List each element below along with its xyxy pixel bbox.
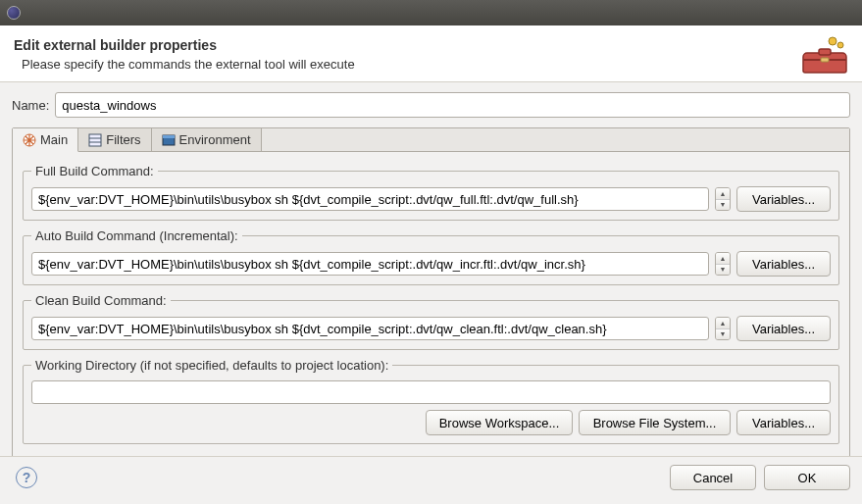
toolbox-icon xyxy=(801,35,848,77)
name-label: Name: xyxy=(12,98,49,113)
auto-build-spinner[interactable]: ▲ ▼ xyxy=(715,252,731,276)
clean-build-legend: Clean Build Command: xyxy=(31,293,171,308)
browse-workspace-button[interactable]: Browse Workspace... xyxy=(426,410,573,435)
tab-bar: Main Filters Environment xyxy=(13,128,849,152)
clean-build-variables-button[interactable]: Variables... xyxy=(736,316,831,341)
tab-environment[interactable]: Environment xyxy=(152,128,262,151)
dialog-header: Edit external builder properties Please … xyxy=(0,25,862,82)
help-icon[interactable]: ? xyxy=(16,467,37,488)
cancel-button[interactable]: Cancel xyxy=(670,465,756,490)
tab-filters[interactable]: Filters xyxy=(78,128,151,151)
tabs-container: Main Filters Environment Full Build Comm… xyxy=(12,127,850,463)
working-directory-legend: Working Directory (if not specified, def… xyxy=(31,358,392,373)
ok-button[interactable]: OK xyxy=(764,465,850,490)
auto-build-variables-button[interactable]: Variables... xyxy=(736,251,831,277)
spinner-up-icon[interactable]: ▲ xyxy=(716,188,730,200)
auto-build-group: Auto Build Command (Incremental): ▲ ▼ Va… xyxy=(23,228,839,285)
svg-rect-6 xyxy=(89,134,101,146)
dialog-footer: ? Cancel OK xyxy=(0,456,862,504)
svg-point-1 xyxy=(837,42,843,48)
svg-rect-4 xyxy=(821,58,829,62)
clean-build-group: Clean Build Command: ▲ ▼ Variables... xyxy=(23,293,839,350)
dialog-title: Edit external builder properties xyxy=(14,37,848,53)
svg-rect-3 xyxy=(819,49,831,55)
svg-point-0 xyxy=(829,37,837,45)
tab-main-label: Main xyxy=(40,132,68,147)
browse-file-system-button[interactable]: Browse File System... xyxy=(579,410,731,435)
name-input[interactable] xyxy=(55,92,850,118)
full-build-variables-button[interactable]: Variables... xyxy=(736,186,831,212)
dialog-content: Name: Main Filters Environment xyxy=(0,82,862,473)
spinner-up-icon[interactable]: ▲ xyxy=(716,318,730,329)
auto-build-legend: Auto Build Command (Incremental): xyxy=(31,228,242,243)
spinner-up-icon[interactable]: ▲ xyxy=(716,253,730,265)
window-titlebar xyxy=(0,0,862,25)
working-directory-variables-button[interactable]: Variables... xyxy=(736,410,831,435)
tab-environment-label: Environment xyxy=(179,132,251,147)
filters-tab-icon xyxy=(88,133,102,147)
working-directory-input[interactable] xyxy=(31,380,831,404)
tab-main[interactable]: Main xyxy=(13,128,78,152)
full-build-group: Full Build Command: ▲ ▼ Variables... xyxy=(23,164,839,221)
svg-rect-10 xyxy=(163,135,175,138)
clean-build-spinner[interactable]: ▲ ▼ xyxy=(715,317,731,340)
spinner-down-icon[interactable]: ▼ xyxy=(716,329,730,340)
eclipse-icon xyxy=(6,5,22,21)
spinner-down-icon[interactable]: ▼ xyxy=(716,265,730,276)
spinner-down-icon[interactable]: ▼ xyxy=(716,200,730,211)
tab-panel-main: Full Build Command: ▲ ▼ Variables... Aut… xyxy=(13,152,849,462)
main-tab-icon xyxy=(23,133,36,147)
name-row: Name: xyxy=(12,92,850,118)
full-build-spinner[interactable]: ▲ ▼ xyxy=(715,187,731,211)
full-build-legend: Full Build Command: xyxy=(31,164,158,178)
auto-build-input[interactable] xyxy=(31,252,709,276)
environment-tab-icon xyxy=(162,133,176,147)
dialog-subtitle: Please specify the commands the external… xyxy=(14,57,848,72)
clean-build-input[interactable] xyxy=(31,317,709,340)
full-build-input[interactable] xyxy=(31,187,709,211)
tab-filters-label: Filters xyxy=(106,132,140,147)
working-directory-group: Working Directory (if not specified, def… xyxy=(23,358,839,444)
